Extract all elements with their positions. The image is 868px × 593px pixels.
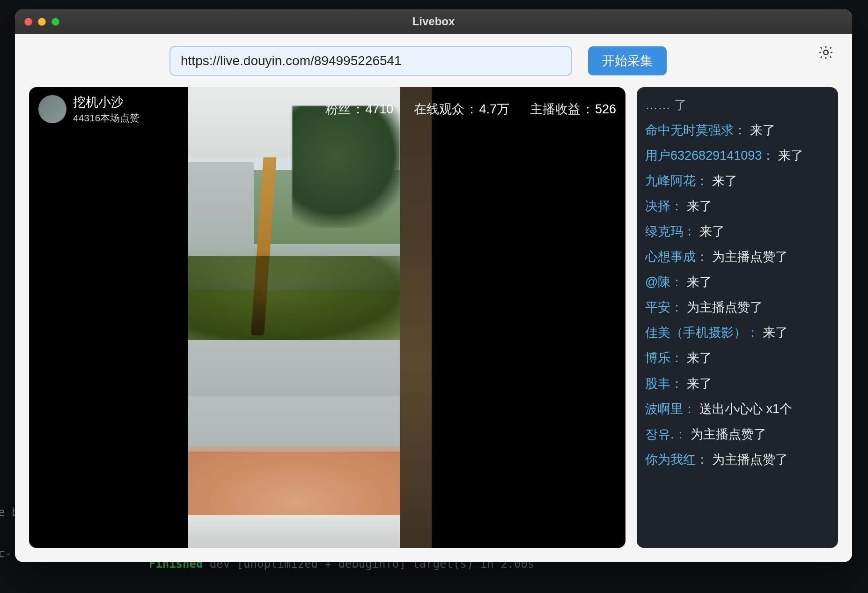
url-input[interactable] bbox=[169, 46, 572, 76]
chat-colon: ： bbox=[746, 326, 759, 340]
streamer-likes: 44316本场点赞 bbox=[73, 111, 140, 125]
chat-text: 来了 bbox=[687, 377, 712, 391]
chat-user: 股丰 bbox=[645, 377, 670, 391]
chat-user: 绿克玛 bbox=[645, 224, 683, 238]
chat-message: 장유.：为主播点赞了 bbox=[645, 423, 830, 445]
chat-user: 波啊里 bbox=[645, 402, 683, 416]
close-window-button[interactable] bbox=[24, 18, 32, 26]
minimize-window-button[interactable] bbox=[38, 18, 46, 26]
chat-text: 送出小心心 x1个 bbox=[699, 402, 792, 416]
chat-user: 决择 bbox=[645, 199, 670, 213]
chat-text: 来了 bbox=[763, 326, 788, 340]
chat-user: 博乐 bbox=[645, 351, 670, 365]
chat-message: 绿克玛：来了 bbox=[645, 220, 830, 243]
stat-fans-value: 4710 bbox=[365, 102, 393, 116]
chat-message: 九峰阿花：来了 bbox=[645, 170, 830, 192]
chat-colon: ： bbox=[696, 452, 708, 467]
settings-button[interactable] bbox=[817, 44, 834, 61]
chat-text: 来了 bbox=[699, 224, 725, 238]
chat-message: 股丰：来了 bbox=[645, 372, 830, 395]
chat-message: 平安：为主播点赞了 bbox=[645, 296, 830, 319]
chat-text: 为主播点赞了 bbox=[712, 452, 788, 467]
video-frame bbox=[188, 87, 432, 548]
bg-left-text-2: c- bbox=[0, 547, 12, 560]
titlebar[interactable]: Livebox bbox=[15, 9, 852, 34]
chat-colon: ： bbox=[683, 224, 696, 238]
chat-colon: ： bbox=[696, 174, 708, 188]
chat-user: 命中无时莫强求 bbox=[645, 123, 734, 137]
chat-messages: …… 了 命中无时莫强求：来了用户6326829141093：来了九峰阿花：来了… bbox=[645, 94, 830, 540]
chat-text: 来了 bbox=[778, 148, 803, 163]
streamer-info: 挖机小沙 44316本场点赞 bbox=[73, 94, 140, 125]
chat-text: 为主播点赞了 bbox=[691, 427, 766, 441]
chat-text: 来了 bbox=[750, 123, 775, 137]
chat-text: 来了 bbox=[687, 275, 712, 289]
chat-colon: ： bbox=[674, 427, 687, 441]
chat-user: 你为我红 bbox=[645, 452, 696, 467]
chat-user: 九峰阿花 bbox=[645, 174, 696, 188]
chat-colon: ： bbox=[762, 148, 774, 163]
top-controls: 开始采集 bbox=[29, 46, 838, 76]
maximize-window-button[interactable] bbox=[51, 18, 59, 26]
chat-colon: ： bbox=[670, 275, 683, 289]
chat-colon: ： bbox=[734, 123, 746, 137]
chat-message: 命中无时莫强求：来了 bbox=[645, 119, 830, 141]
stat-fans: 粉丝：4710 bbox=[325, 101, 393, 118]
chat-user: 心想事成 bbox=[645, 250, 696, 264]
chat-text: 来了 bbox=[687, 351, 712, 365]
stat-viewers: 在线观众：4.7万 bbox=[414, 101, 509, 118]
chat-user: 佳美（手机摄影） bbox=[645, 326, 746, 340]
chat-text: 来了 bbox=[687, 199, 712, 213]
chat-user: 장유. bbox=[645, 427, 674, 441]
stat-viewers-value: 4.7万 bbox=[479, 102, 509, 116]
chat-pane[interactable]: …… 了 命中无时莫强求：来了用户6326829141093：来了九峰阿花：来了… bbox=[637, 87, 838, 548]
chat-colon: ： bbox=[670, 300, 683, 314]
stream-stats: 粉丝：4710 在线观众：4.7万 主播收益：526 bbox=[325, 101, 616, 118]
stat-income-label: 主播收益 bbox=[530, 102, 581, 116]
chat-message: 决择：来了 bbox=[645, 195, 830, 217]
chat-user: 平安 bbox=[645, 300, 670, 314]
chat-message: @陳：来了 bbox=[645, 271, 830, 293]
stat-fans-label: 粉丝 bbox=[325, 102, 351, 116]
stat-income-value: 526 bbox=[595, 102, 616, 116]
chat-message: 你为我红：为主播点赞了 bbox=[645, 448, 830, 471]
gear-icon bbox=[817, 44, 834, 61]
chat-message: 心想事成：为主播点赞了 bbox=[645, 245, 830, 268]
chat-message: 博乐：来了 bbox=[645, 347, 830, 369]
stat-income: 主播收益：526 bbox=[530, 101, 616, 118]
chat-user: 用户6326829141093 bbox=[645, 148, 762, 163]
chat-text: 为主播点赞了 bbox=[687, 300, 763, 314]
chat-colon: ： bbox=[683, 402, 696, 416]
video-pane[interactable]: 挖机小沙 44316本场点赞 粉丝：4710 在线观众：4.7万 主播收益：52… bbox=[29, 87, 625, 548]
start-capture-button[interactable]: 开始采集 bbox=[588, 46, 667, 75]
chat-message: 波啊里：送出小心心 x1个 bbox=[645, 398, 830, 420]
chat-colon: ： bbox=[670, 351, 683, 365]
stat-viewers-label: 在线观众 bbox=[414, 102, 464, 116]
chat-message: 用户6326829141093：来了 bbox=[645, 144, 830, 167]
main-row: 挖机小沙 44316本场点赞 粉丝：4710 在线观众：4.7万 主播收益：52… bbox=[29, 87, 838, 548]
chat-text: 为主播点赞了 bbox=[712, 250, 788, 264]
svg-point-0 bbox=[824, 50, 828, 55]
window-controls bbox=[24, 18, 59, 26]
chat-colon: ： bbox=[696, 250, 708, 264]
chat-user: @陳 bbox=[645, 275, 670, 289]
streamer-name: 挖机小沙 bbox=[73, 94, 140, 111]
video-overlay: 挖机小沙 44316本场点赞 粉丝：4710 在线观众：4.7万 主播收益：52… bbox=[38, 94, 616, 125]
window-title: Livebox bbox=[15, 15, 852, 28]
content-area: 开始采集 bbox=[15, 34, 852, 562]
chat-message: 佳美（手机摄影）：来了 bbox=[645, 321, 830, 344]
streamer-avatar[interactable] bbox=[38, 95, 66, 123]
chat-colon: ： bbox=[670, 199, 683, 213]
chat-message-partial: …… 了 bbox=[645, 94, 830, 116]
app-window: Livebox 开始采集 bbox=[15, 9, 852, 562]
chat-colon: ： bbox=[670, 377, 683, 391]
chat-text: 来了 bbox=[712, 174, 737, 188]
